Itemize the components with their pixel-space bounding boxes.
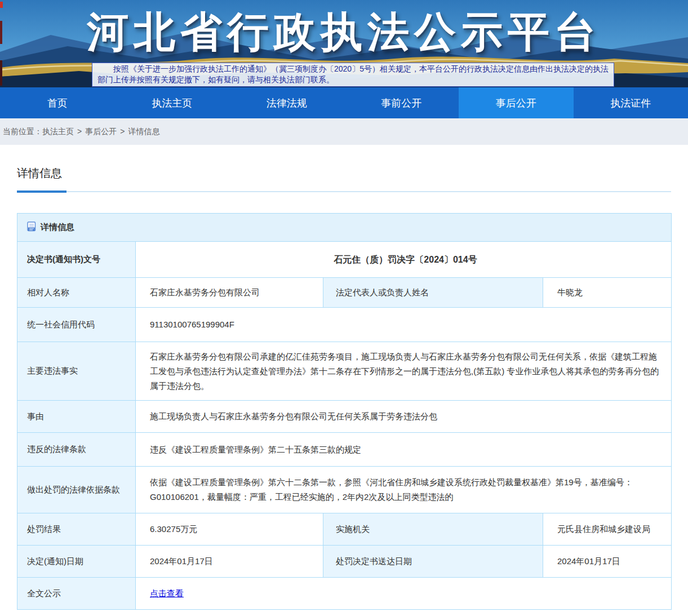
nav-item-home[interactable]: 首页 <box>0 87 115 118</box>
doc-no-label: 决定书(通知书)文号 <box>17 242 136 278</box>
delivery-date-label: 处罚决定书送达日期 <box>323 546 543 578</box>
breadcrumb-current: 详情信息 <box>128 127 159 136</box>
violated-law-label: 违反的法律条款 <box>17 433 136 467</box>
table-row: 决定(通知)日期 2024年01月17日 处罚决定书送达日期 2024年01月1… <box>17 546 672 578</box>
facts-value: 石家庄永基劳务分包有限公司承建的亿汇佳苑劳务项目，施工现场负责人与石家庄永基劳务… <box>136 342 672 401</box>
nav-item-laws[interactable]: 法律法规 <box>229 87 344 118</box>
credit-code-label: 统一社会信用代码 <box>17 308 136 342</box>
legal-rep-label: 法定代表人或负责人姓名 <box>323 278 543 308</box>
cause-label: 事由 <box>17 401 136 433</box>
main-nav: 首页 执法主页 法律法规 事前公开 事后公开 执法证件 <box>0 87 688 118</box>
content-area: 详情信息 详情信息 决定书(通知书)文号 石 <box>0 166 688 610</box>
table-row: 事由 施工现场负责人与石家庄永基劳务分包有限公司无任何关系属于劳务违法分包 <box>17 401 672 433</box>
table-row: 处罚结果 6.30275万元 实施机关 元氏县住房和城乡建设局 <box>17 513 672 546</box>
table-row: 全文公示 点击查看 <box>17 578 672 610</box>
breadcrumb-separator: > <box>120 127 125 136</box>
detail-table: 详情信息 决定书(通知书)文号 石元住（质）罚决字〔2024〕014号 相对人名… <box>17 213 672 610</box>
table-row: 主要违法事实 石家庄永基劳务分包有限公司承建的亿汇佳苑劳务项目，施工现场负责人与… <box>17 342 672 401</box>
title-divider <box>17 190 671 193</box>
party-value: 石家庄永基劳务分包有限公司 <box>136 278 323 308</box>
nav-item-enforcement-home[interactable]: 执法主页 <box>115 87 230 118</box>
penalty-basis-value: 依据《建设工程质量管理条例》第六十二条第一款，参照《河北省住房和城乡建设系统行政… <box>136 467 672 513</box>
nav-item-pre-disclosure[interactable]: 事前公开 <box>344 87 459 118</box>
authority-value: 元氏县住房和城乡建设局 <box>543 513 672 546</box>
breadcrumb-link-post-disclosure[interactable]: 事后公开 <box>85 127 117 136</box>
page-title: 详情信息 <box>17 166 671 181</box>
credit-code-value: 91130100765199904F <box>136 308 672 342</box>
penalty-result-label: 处罚结果 <box>17 513 136 546</box>
authority-label: 实施机关 <box>323 513 543 546</box>
table-row: 决定书(通知书)文号 石元住（质）罚决字〔2024〕014号 <box>17 242 672 278</box>
banner: 河北省行政执法公示平台 按照《关于进一步加强行政执法工作的通知》（冀三项制度办〔… <box>0 0 688 87</box>
document-icon <box>27 221 36 233</box>
breadcrumb: 当前位置：执法主页>事后公开>详情信息 <box>0 118 688 145</box>
party-label: 相对人名称 <box>17 278 136 308</box>
site-title: 河北省行政执法公示平台 <box>0 5 688 61</box>
decision-date-value: 2024年01月17日 <box>136 546 323 578</box>
decision-date-label: 决定(通知)日期 <box>17 546 136 578</box>
violated-law-value: 违反《建设工程质量管理条例》第二十五条第三款的规定 <box>136 433 672 467</box>
nav-item-certificates[interactable]: 执法证件 <box>574 87 688 118</box>
doc-no-value: 石元住（质）罚决字〔2024〕014号 <box>136 242 672 278</box>
table-row: 统一社会信用代码 91130100765199904F <box>17 308 672 342</box>
banner-notice: 按照《关于进一步加强行政执法工作的通知》（冀三项制度办〔2020〕5号）相关规定… <box>92 63 614 87</box>
breadcrumb-link-enforcement-home[interactable]: 执法主页 <box>42 127 74 136</box>
view-full-text-link[interactable]: 点击查看 <box>150 588 184 598</box>
table-row: 做出处罚的法律依据条款 依据《建设工程质量管理条例》第六十二条第一款，参照《河北… <box>17 467 672 513</box>
table-row: 相对人名称 石家庄永基劳务分包有限公司 法定代表人或负责人姓名 牛晓龙 <box>17 278 672 308</box>
penalty-basis-label: 做出处罚的法律依据条款 <box>17 467 136 513</box>
full-text-label: 全文公示 <box>17 578 136 610</box>
nav-item-post-disclosure[interactable]: 事后公开 <box>459 87 574 118</box>
breadcrumb-separator: > <box>77 127 82 136</box>
cause-value: 施工现场负责人与石家庄永基劳务分包有限公司无任何关系属于劳务违法分包 <box>136 401 672 433</box>
legal-rep-value: 牛晓龙 <box>543 278 672 308</box>
section-header-label: 详情信息 <box>41 222 74 232</box>
facts-label: 主要违法事实 <box>17 342 136 401</box>
penalty-result-value: 6.30275万元 <box>136 513 323 546</box>
table-section-header-row: 详情信息 <box>17 214 672 242</box>
breadcrumb-prefix: 当前位置： <box>3 127 42 136</box>
table-row: 违反的法律条款 违反《建设工程质量管理条例》第二十五条第三款的规定 <box>17 433 672 467</box>
delivery-date-value: 2024年01月17日 <box>543 546 672 578</box>
